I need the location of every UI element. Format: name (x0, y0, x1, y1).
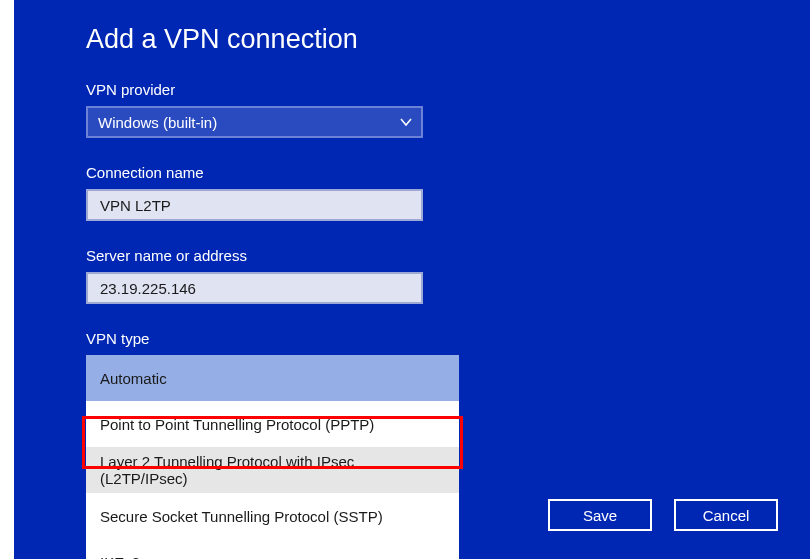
vpn-provider-group: VPN provider Windows (built-in) (86, 81, 810, 138)
vpn-type-label: VPN type (86, 330, 810, 347)
cancel-button[interactable]: Cancel (674, 499, 778, 531)
page-title: Add a VPN connection (86, 24, 810, 55)
chevron-down-icon (399, 115, 413, 129)
connection-name-group: Connection name (86, 164, 810, 221)
vpn-provider-select[interactable]: Windows (built-in) (86, 106, 423, 138)
server-address-label: Server name or address (86, 247, 810, 264)
connection-name-input[interactable] (86, 189, 423, 221)
vpn-type-option-l2tp[interactable]: Layer 2 Tunnelling Protocol with IPsec (… (86, 447, 459, 493)
button-row: Save Cancel (548, 499, 778, 531)
vpn-type-option-automatic[interactable]: Automatic (86, 355, 459, 401)
dialog-container: Add a VPN connection VPN provider Window… (0, 0, 810, 559)
vpn-type-option-sstp[interactable]: Secure Socket Tunnelling Protocol (SSTP) (86, 493, 459, 539)
vpn-provider-value: Windows (built-in) (98, 114, 217, 131)
vpn-type-option-pptp[interactable]: Point to Point Tunnelling Protocol (PPTP… (86, 401, 459, 447)
server-address-group: Server name or address (86, 247, 810, 304)
vpn-type-option-ikev2[interactable]: IKEv2 (86, 539, 459, 559)
vpn-provider-label: VPN provider (86, 81, 810, 98)
server-address-input[interactable] (86, 272, 423, 304)
save-button[interactable]: Save (548, 499, 652, 531)
vpn-type-dropdown: Automatic Point to Point Tunnelling Prot… (86, 355, 459, 559)
left-edge-background (0, 0, 14, 559)
connection-name-label: Connection name (86, 164, 810, 181)
